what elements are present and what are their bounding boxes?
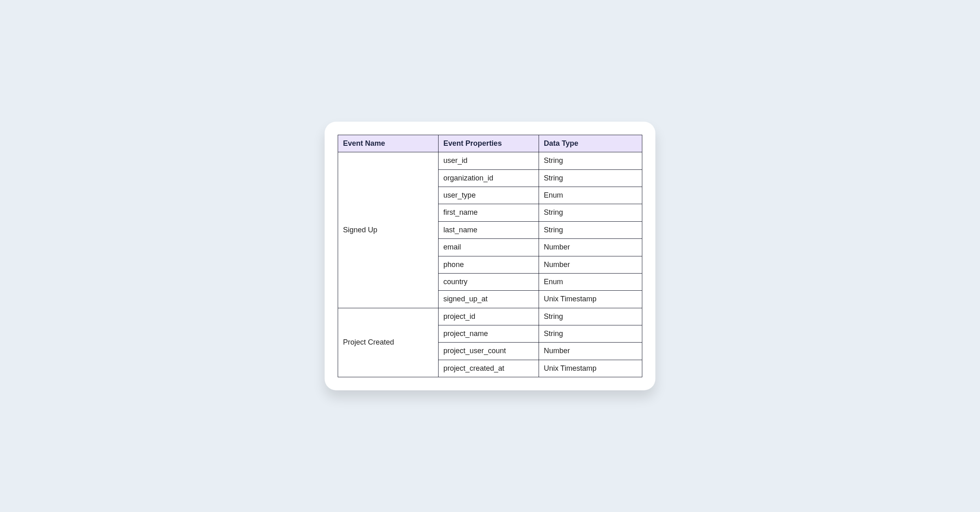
property-type-cell: Enum — [539, 187, 642, 204]
table-body: Signed Up user_id String organization_id… — [338, 152, 642, 377]
property-name-cell: project_name — [438, 325, 539, 343]
table-header-row: Event Name Event Properties Data Type — [338, 135, 642, 152]
property-type-cell: String — [539, 308, 642, 325]
property-name-cell: project_id — [438, 308, 539, 325]
property-type-cell: Unix Timestamp — [539, 291, 642, 308]
property-name-cell: first_name — [438, 204, 539, 221]
event-schema-table: Event Name Event Properties Data Type Si… — [338, 135, 642, 377]
property-name-cell: user_id — [438, 152, 539, 169]
table-row: Project Created project_id String — [338, 308, 642, 325]
property-type-cell: Number — [539, 256, 642, 273]
property-type-cell: Enum — [539, 273, 642, 290]
property-type-cell: Number — [539, 239, 642, 256]
property-name-cell: phone — [438, 256, 539, 273]
header-event-properties: Event Properties — [438, 135, 539, 152]
event-schema-card: Event Name Event Properties Data Type Si… — [325, 122, 655, 390]
header-event-name: Event Name — [338, 135, 439, 152]
property-type-cell: String — [539, 169, 642, 187]
header-data-type: Data Type — [539, 135, 642, 152]
property-name-cell: signed_up_at — [438, 291, 539, 308]
property-name-cell: project_created_at — [438, 360, 539, 377]
property-type-cell: Unix Timestamp — [539, 360, 642, 377]
property-name-cell: country — [438, 273, 539, 290]
property-name-cell: user_type — [438, 187, 539, 204]
property-type-cell: Number — [539, 343, 642, 360]
event-name-cell: Project Created — [338, 308, 439, 377]
property-name-cell: project_user_count — [438, 343, 539, 360]
property-name-cell: organization_id — [438, 169, 539, 187]
property-name-cell: last_name — [438, 221, 539, 238]
property-type-cell: String — [539, 152, 642, 169]
property-type-cell: String — [539, 325, 642, 343]
property-type-cell: String — [539, 204, 642, 221]
table-row: Signed Up user_id String — [338, 152, 642, 169]
property-name-cell: email — [438, 239, 539, 256]
event-name-cell: Signed Up — [338, 152, 439, 308]
property-type-cell: String — [539, 221, 642, 238]
